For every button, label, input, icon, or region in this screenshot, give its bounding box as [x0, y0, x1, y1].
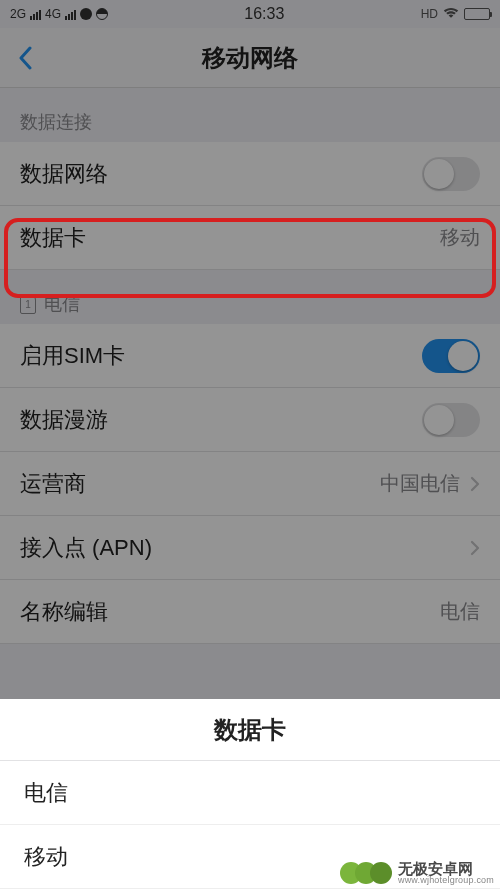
network-label-2: 4G [45, 7, 61, 21]
indicator-dot-2-icon [96, 8, 108, 20]
watermark-text-1: 无极安卓网 [398, 861, 494, 876]
watermark-logo-icon [370, 862, 392, 884]
signal-bars-2-icon [65, 8, 76, 20]
mobile-data-toggle[interactable] [422, 157, 480, 191]
row-apn-label: 接入点 (APN) [20, 533, 460, 563]
row-carrier-label: 运营商 [20, 469, 380, 499]
chevron-right-icon [470, 476, 480, 492]
row-name-edit-value: 电信 [440, 598, 480, 625]
row-data-card-value: 移动 [440, 224, 480, 251]
row-enable-sim-label: 启用SIM卡 [20, 341, 422, 371]
row-roaming-label: 数据漫游 [20, 405, 422, 435]
indicator-dot-1-icon [80, 8, 92, 20]
row-apn[interactable]: 接入点 (APN) [0, 516, 500, 580]
nav-bar: 移动网络 [0, 28, 500, 88]
roaming-toggle[interactable] [422, 403, 480, 437]
row-mobile-data-label: 数据网络 [20, 159, 422, 189]
status-bar: 2G 4G 16:33 HD [0, 0, 500, 28]
row-data-card-label: 数据卡 [20, 223, 440, 253]
row-enable-sim[interactable]: 启用SIM卡 [0, 324, 500, 388]
sim-name-label: 电信 [44, 292, 80, 316]
row-mobile-data[interactable]: 数据网络 [0, 142, 500, 206]
signal-bars-1-icon [30, 8, 41, 20]
chevron-left-icon [18, 46, 32, 70]
sheet-title: 数据卡 [0, 699, 500, 761]
sim-card-icon: 1 [20, 294, 36, 314]
row-name-edit[interactable]: 名称编辑 电信 [0, 580, 500, 644]
watermark: 无极安卓网 www.wjhotelgroup.com [340, 861, 494, 885]
network-label-1: 2G [10, 7, 26, 21]
watermark-text-2: www.wjhotelgroup.com [398, 876, 494, 885]
back-button[interactable] [0, 28, 50, 88]
enable-sim-toggle[interactable] [422, 339, 480, 373]
hd-label: HD [421, 7, 438, 21]
row-name-edit-label: 名称编辑 [20, 597, 440, 627]
battery-icon [464, 8, 490, 20]
wifi-icon [443, 6, 459, 22]
row-carrier-value: 中国电信 [380, 470, 460, 497]
section-header-sim: 1 电信 [0, 270, 500, 324]
chevron-right-icon [470, 540, 480, 556]
section-header-data-connection: 数据连接 [0, 88, 500, 142]
clock: 16:33 [108, 5, 421, 23]
sheet-option-0[interactable]: 电信 [0, 761, 500, 825]
page-title: 移动网络 [0, 42, 500, 74]
row-roaming[interactable]: 数据漫游 [0, 388, 500, 452]
row-carrier[interactable]: 运营商 中国电信 [0, 452, 500, 516]
row-data-card[interactable]: 数据卡 移动 [0, 206, 500, 270]
